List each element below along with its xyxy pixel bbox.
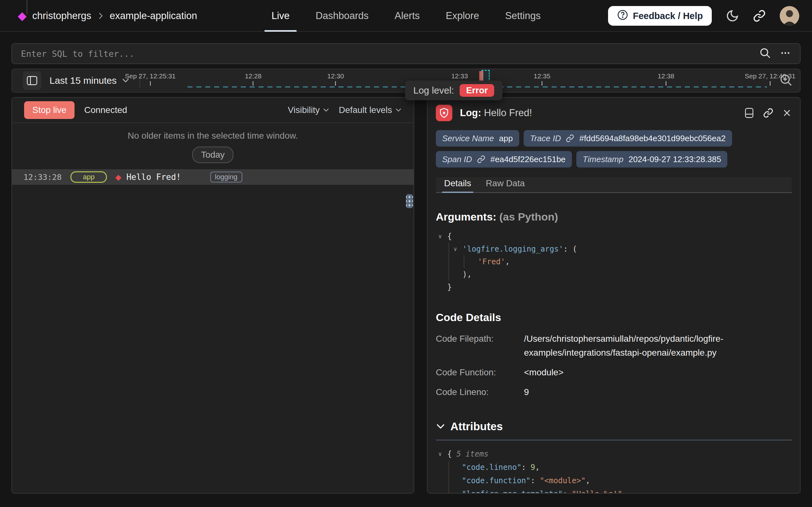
indent-guide: [448, 256, 449, 268]
detail-tab-raw-data[interactable]: Raw Data: [486, 178, 525, 192]
code-detail-label: Code Filepath:: [436, 332, 524, 360]
time-range-label: Last 15 minutes: [50, 75, 117, 86]
tab-explore[interactable]: Explore: [446, 0, 479, 32]
arguments-code-block: ∨{∨'logfire.logging_args': ('Fred',),}: [436, 230, 792, 293]
time-tick-label: 12:28: [245, 72, 262, 80]
live-feed-body: No older items in the selected time wind…: [12, 123, 414, 493]
tab-settings[interactable]: Settings: [505, 0, 541, 32]
code-token: :: [563, 490, 572, 494]
share-link-button[interactable]: [753, 9, 766, 22]
more-options-icon[interactable]: [779, 47, 791, 60]
meta-badge-timestamp[interactable]: Timestamp2024-09-27 12:33:28.385: [576, 151, 727, 168]
meta-badge-service-name[interactable]: Service Nameapp: [436, 130, 519, 147]
attributes-heading[interactable]: Attributes: [436, 420, 792, 433]
nav-right: Feedback / Help: [608, 0, 799, 32]
sidebar-toggle-icon[interactable]: [23, 71, 41, 90]
code-token: "Hello %s!": [572, 490, 622, 494]
time-tick: 12:30: [327, 72, 344, 86]
tooltip-error-badge: Error: [459, 84, 494, 97]
detail-actions: [744, 108, 792, 118]
chevron-down-icon: [323, 108, 329, 112]
code-details-rows: Code Filepath:/Users/christophersamiulla…: [436, 332, 792, 399]
indent-guide: [448, 243, 449, 256]
log-message: Hello Fred!: [126, 172, 181, 182]
panel-view-icon[interactable]: [744, 108, 754, 118]
time-tick-label: 12:35: [534, 72, 551, 80]
time-tick: Sep 27, 12:25:31: [125, 72, 176, 86]
avatar[interactable]: [779, 6, 799, 26]
time-tick: 12:38: [658, 72, 674, 86]
panel-resize-handle[interactable]: [406, 194, 413, 208]
collapse-chevron-icon[interactable]: ∨: [438, 447, 442, 461]
code-token: ,: [505, 257, 510, 266]
indent-guide: [464, 256, 464, 268]
time-tick: 12:35: [534, 72, 551, 86]
visibility-label: Visibility: [288, 105, 320, 115]
code-token: "code.function": [462, 476, 530, 485]
code-token: 'logfire.logging_args': [462, 245, 563, 253]
scope-badge: logging: [210, 172, 242, 182]
top-nav: ◆ christophergs example-application Live…: [0, 0, 812, 32]
time-tick-mark: [542, 81, 542, 86]
tab-live[interactable]: Live: [271, 0, 290, 32]
breadcrumb-project[interactable]: example-application: [110, 10, 197, 21]
collapse-chevron-icon[interactable]: ∨: [438, 230, 442, 243]
arguments-heading-suffix: (as Python): [499, 211, 558, 223]
nav-tabs: LiveDashboardsAlertsExploreSettings: [271, 0, 541, 32]
log-row-selected[interactable]: 12:33:28 app ◆ Hello Fred! logging: [12, 169, 414, 185]
sql-filter-bar: [11, 43, 801, 64]
feedback-help-button[interactable]: Feedback / Help: [608, 6, 712, 26]
zoom-in-icon[interactable]: [779, 73, 793, 88]
tooltip-label: Log level:: [413, 85, 454, 96]
visibility-dropdown[interactable]: Visibility: [288, 105, 329, 115]
badge-value: 2024-09-27 12:33:28.385: [628, 155, 721, 164]
indent-guide: [448, 487, 449, 494]
main-panels: Stop live Connected Visibility Default l…: [11, 97, 801, 494]
detail-tab-details[interactable]: Details: [444, 178, 471, 192]
detail-title-text: Hello Fred!: [484, 107, 532, 118]
service-badge: app: [70, 171, 107, 183]
code-token: "code.lineno": [462, 463, 521, 472]
collapse-chevron-icon[interactable]: ∨: [453, 243, 457, 256]
code-line: "code.function": "<module>",: [436, 474, 792, 487]
theme-moon-button[interactable]: [726, 9, 739, 22]
code-token: 5 items: [456, 450, 489, 458]
code-token: {: [447, 232, 452, 241]
time-range-dropdown[interactable]: Last 15 minutes: [50, 75, 129, 86]
detail-panel: Log: Hello Fred! Service NameappTrace ID…: [427, 97, 801, 494]
code-line: "logfire.msg_template": "Hello %s!",: [436, 487, 792, 494]
time-tick-mark: [770, 81, 770, 86]
badge-label: Timestamp: [583, 155, 623, 164]
search-icon[interactable]: [759, 47, 771, 61]
code-line: ∨{: [436, 230, 792, 243]
logfire-logo-icon[interactable]: ◆: [18, 10, 27, 21]
meta-badge-trace-id[interactable]: Trace ID#fdd5694a8fa98eb4e301d99ebc056ea…: [524, 130, 732, 147]
code-line: "code.lineno": 9,: [436, 461, 792, 474]
stop-live-button[interactable]: Stop live: [24, 101, 74, 119]
code-details-heading: Code Details: [436, 311, 792, 324]
tab-dashboards[interactable]: Dashboards: [316, 0, 369, 32]
code-line: ∨'logfire.logging_args': (: [436, 243, 792, 256]
code-token: "logfire.msg_template": [462, 490, 563, 494]
copy-link-icon[interactable]: [763, 108, 773, 118]
error-diamond-icon: ◆: [115, 173, 121, 182]
sql-filter-input[interactable]: [21, 49, 759, 59]
close-icon[interactable]: [782, 108, 792, 118]
timeline-tooltip: Log level: Error: [405, 80, 502, 100]
live-feed-panel: Stop live Connected Visibility Default l…: [11, 97, 414, 494]
today-button[interactable]: Today: [192, 147, 234, 163]
indent-guide: [448, 268, 449, 281]
default-levels-dropdown[interactable]: Default levels: [339, 105, 401, 115]
tab-alerts[interactable]: Alerts: [394, 0, 420, 32]
time-tick-label: Sep 27, 12:25:31: [125, 72, 176, 80]
code-token: ,: [622, 490, 627, 494]
time-tick-mark: [253, 81, 253, 86]
code-token: }: [447, 283, 452, 292]
code-line: ),: [436, 268, 792, 281]
meta-badge-span-id[interactable]: Span ID#ea4d5f226ec151be: [436, 151, 572, 168]
attributes-divider: [436, 440, 792, 440]
arguments-heading-text: Arguments:: [436, 211, 496, 223]
error-shield-icon: [436, 105, 452, 121]
detail-title-prefix: Log:: [460, 107, 481, 118]
breadcrumb-org[interactable]: christophergs: [33, 10, 91, 21]
